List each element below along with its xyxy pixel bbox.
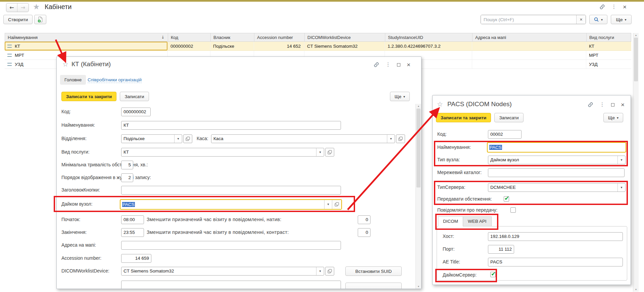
list-toolbar: Створити × ▾ Ще▾	[0, 14, 644, 26]
save-button[interactable]: Записати	[494, 113, 523, 122]
worklist-device-open-button[interactable]	[325, 267, 334, 276]
host-field[interactable]: 192.168.0.129	[488, 232, 623, 241]
column-header-code[interactable]: Код	[168, 33, 211, 41]
code-field[interactable]: 000000002	[121, 108, 151, 116]
favorite-star-icon[interactable]: ☆	[62, 60, 68, 68]
chevron-down-icon[interactable]: ▾	[387, 135, 395, 143]
search-button[interactable]: ▾	[589, 15, 607, 24]
name-label: Найменування:	[437, 144, 471, 150]
scroll-up-icon[interactable]: ▴	[416, 105, 421, 108]
chevron-down-icon: ▾	[625, 18, 627, 22]
chevron-down-icon[interactable]: ▾	[324, 200, 332, 209]
more-button-main[interactable]: Ще▾	[611, 15, 632, 24]
tab-web-api[interactable]: WEB API	[463, 216, 492, 226]
port-field[interactable]: 11 112	[488, 245, 514, 254]
start-time-field[interactable]: 08:00	[121, 215, 144, 224]
get-link-icon[interactable]	[599, 4, 605, 10]
chevron-down-icon[interactable]: ▾	[174, 135, 182, 143]
chevron-down-icon[interactable]: ▾	[617, 183, 625, 192]
column-header-map-address[interactable]: Адреса на мапі	[473, 33, 587, 41]
scroll-up-icon[interactable]: ▴	[633, 34, 639, 37]
dicom-node-select[interactable]: PACS ▾	[120, 199, 342, 210]
column-header-owner[interactable]: Власник	[211, 33, 254, 41]
create-button[interactable]: Створити	[3, 15, 33, 24]
cell-service: УЗД	[586, 60, 631, 69]
more-button[interactable]: Ще▾	[603, 113, 623, 122]
kasa-open-button[interactable]	[396, 134, 405, 143]
dialog-scrollbar[interactable]: ▴ ▾	[415, 104, 421, 289]
notify-transfer-checkbox[interactable]	[510, 207, 516, 213]
partial-field[interactable]	[121, 281, 341, 289]
create-new-group-button[interactable]	[34, 15, 46, 24]
maximize-icon[interactable]	[611, 103, 614, 107]
transfer-study-checkbox[interactable]	[504, 196, 509, 202]
scroll-down-icon[interactable]: ▾	[416, 285, 421, 288]
tab-dicom[interactable]: DICOM	[438, 216, 463, 226]
dicom-server-checkbox[interactable]	[490, 272, 496, 277]
back-button[interactable]: ←	[6, 3, 17, 12]
dicom-node-label: Дайком вузол:	[61, 201, 93, 207]
more-menu-icon[interactable]: ⋮	[386, 62, 391, 67]
save-button[interactable]: Записати	[120, 92, 149, 101]
button-title-field[interactable]	[121, 186, 341, 195]
dicom-node-open-button[interactable]	[332, 200, 341, 209]
more-button[interactable]: Ще▾	[390, 92, 410, 101]
chevron-down-icon[interactable]: ▾	[316, 148, 324, 156]
clear-search-icon[interactable]: ×	[576, 15, 586, 24]
column-header-accession[interactable]: Accession number	[254, 33, 305, 41]
min-duration-label: Мінімальна тривалість обстеження, хв.:	[61, 162, 148, 167]
service-type-select[interactable]: КТ ▾	[121, 148, 324, 157]
reduce-contrast-field[interactable]: 0	[358, 228, 370, 237]
close-window-icon[interactable]: ×	[623, 4, 627, 10]
department-select[interactable]: Подільске ▾	[121, 134, 182, 143]
main-list-scrollbar[interactable]: ▴ ▾	[633, 33, 639, 292]
kasa-select[interactable]: Каса ▾	[211, 134, 395, 143]
service-type-open-button[interactable]	[325, 148, 334, 157]
get-link-icon[interactable]	[588, 102, 593, 108]
column-header-name[interactable]: Найменування↓	[5, 33, 168, 41]
column-header-study-uid[interactable]: StudyInstanceUID	[385, 33, 473, 41]
close-dialog-icon[interactable]: ×	[407, 61, 410, 68]
end-time-field[interactable]: 23:55	[121, 228, 144, 237]
sort-descending-icon[interactable]: ↓	[161, 35, 164, 40]
partial-button[interactable]	[345, 283, 402, 289]
ae-title-field[interactable]: PACS	[488, 258, 623, 266]
close-dialog-icon[interactable]: ×	[621, 101, 625, 108]
accession-field[interactable]: 14 659	[121, 254, 151, 263]
name-field[interactable]: PACS	[487, 142, 626, 153]
map-address-field[interactable]	[121, 241, 341, 250]
chevron-down-icon[interactable]: ▾	[316, 267, 324, 275]
network-dir-field[interactable]	[488, 168, 625, 177]
server-type-select[interactable]: DCM4CHEE ▾	[488, 183, 626, 192]
maximize-icon[interactable]	[397, 63, 400, 67]
name-field[interactable]: КТ	[121, 121, 341, 130]
favorite-star-icon[interactable]: ★	[33, 2, 40, 11]
scrollbar-thumb[interactable]	[416, 109, 420, 187]
min-duration-field[interactable]: 5	[121, 161, 133, 169]
tab-main[interactable]: Головне	[60, 75, 86, 85]
reduce-native-field[interactable]: 0	[358, 215, 370, 224]
get-link-icon[interactable]	[374, 62, 379, 68]
department-open-button[interactable]	[183, 134, 192, 143]
column-header-service-type[interactable]: Вид послуги	[587, 33, 631, 41]
scroll-down-icon[interactable]: ▾	[633, 288, 639, 291]
journal-order-field[interactable]: 2	[121, 173, 133, 182]
scrollbar-thumb[interactable]	[634, 38, 638, 81]
node-type-select[interactable]: Дайком вузол ▾	[488, 156, 626, 164]
more-menu-icon[interactable]: ⋮	[600, 102, 605, 107]
save-close-button[interactable]: Записати та закрити	[61, 92, 116, 101]
save-close-button[interactable]: Записати та закрити	[436, 113, 491, 122]
table-row-kt[interactable]: КТ 000000002 Подільске 14 652 CT Siemens…	[5, 42, 631, 51]
more-menu-icon[interactable]: ⋮	[611, 4, 616, 9]
worklist-device-select[interactable]: CT Siemens Somatom32 ▾	[121, 267, 324, 276]
reduce-native-label: Зменшити призначений час візиту в повідо…	[147, 217, 282, 222]
tab-employees[interactable]: Співробітники організацій	[88, 77, 142, 83]
code-field[interactable]: 00002	[488, 130, 522, 139]
column-header-worklist-device[interactable]: DICOMWorklistDevice	[305, 33, 385, 41]
set-suid-button[interactable]: Встановити SUID	[345, 266, 402, 276]
forward-button[interactable]: →	[17, 3, 29, 12]
chevron-down-icon[interactable]: ▾	[617, 156, 625, 164]
search-input[interactable]	[481, 15, 576, 24]
favorite-star-icon[interactable]: ☆	[437, 100, 443, 108]
open-item-icon	[328, 150, 332, 155]
